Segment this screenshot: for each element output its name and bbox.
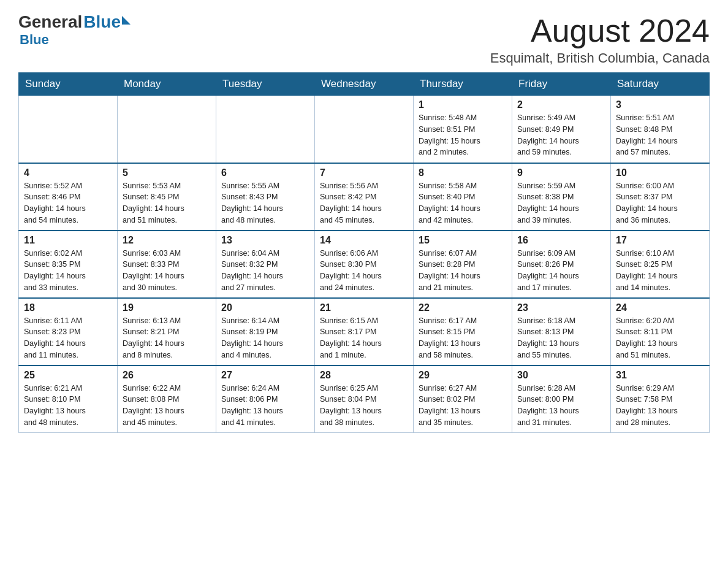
col-sunday: Sunday xyxy=(19,73,118,96)
day-info: Sunrise: 6:20 AM Sunset: 8:11 PM Dayligh… xyxy=(616,315,704,361)
day-info: Sunrise: 6:25 AM Sunset: 8:04 PM Dayligh… xyxy=(320,383,408,429)
calendar-week-row: 4Sunrise: 5:52 AM Sunset: 8:46 PM Daylig… xyxy=(19,163,710,231)
day-info: Sunrise: 5:52 AM Sunset: 8:46 PM Dayligh… xyxy=(24,180,112,226)
day-info: Sunrise: 6:00 AM Sunset: 8:37 PM Dayligh… xyxy=(616,180,704,226)
location-title: Esquimalt, British Columbia, Canada xyxy=(490,50,710,66)
day-number: 7 xyxy=(320,167,408,178)
day-number: 18 xyxy=(24,302,112,313)
day-number: 14 xyxy=(320,235,408,246)
table-row: 16Sunrise: 6:09 AM Sunset: 8:26 PM Dayli… xyxy=(512,231,611,298)
day-number: 31 xyxy=(616,370,704,381)
table-row: 3Sunrise: 5:51 AM Sunset: 8:48 PM Daylig… xyxy=(611,96,710,163)
table-row xyxy=(118,96,216,163)
calendar-table: Sunday Monday Tuesday Wednesday Thursday… xyxy=(18,72,710,433)
table-row: 4Sunrise: 5:52 AM Sunset: 8:46 PM Daylig… xyxy=(19,163,118,231)
day-info: Sunrise: 5:53 AM Sunset: 8:45 PM Dayligh… xyxy=(123,180,211,226)
day-info: Sunrise: 5:59 AM Sunset: 8:38 PM Dayligh… xyxy=(517,180,605,226)
table-row: 27Sunrise: 6:24 AM Sunset: 8:06 PM Dayli… xyxy=(216,366,315,433)
day-number: 3 xyxy=(616,99,704,110)
table-row: 2Sunrise: 5:49 AM Sunset: 8:49 PM Daylig… xyxy=(512,96,611,163)
logo-general-text: General xyxy=(18,12,82,32)
day-info: Sunrise: 6:18 AM Sunset: 8:13 PM Dayligh… xyxy=(517,315,605,361)
day-number: 27 xyxy=(221,370,309,381)
day-info: Sunrise: 6:24 AM Sunset: 8:06 PM Dayligh… xyxy=(221,383,309,429)
table-row: 31Sunrise: 6:29 AM Sunset: 7:58 PM Dayli… xyxy=(611,366,710,433)
day-number: 1 xyxy=(419,99,507,110)
day-info: Sunrise: 5:58 AM Sunset: 8:40 PM Dayligh… xyxy=(419,180,507,226)
day-number: 20 xyxy=(221,302,309,313)
day-number: 21 xyxy=(320,302,408,313)
table-row: 25Sunrise: 6:21 AM Sunset: 8:10 PM Dayli… xyxy=(19,366,118,433)
table-row: 15Sunrise: 6:07 AM Sunset: 8:28 PM Dayli… xyxy=(414,231,512,298)
col-tuesday: Tuesday xyxy=(216,73,315,96)
day-number: 30 xyxy=(517,370,605,381)
calendar-week-row: 1Sunrise: 5:48 AM Sunset: 8:51 PM Daylig… xyxy=(19,96,710,163)
day-number: 23 xyxy=(517,302,605,313)
day-info: Sunrise: 6:14 AM Sunset: 8:19 PM Dayligh… xyxy=(221,315,309,361)
table-row: 11Sunrise: 6:02 AM Sunset: 8:35 PM Dayli… xyxy=(19,231,118,298)
day-number: 6 xyxy=(221,167,309,178)
logo-blue-text: Blue xyxy=(83,12,121,32)
day-number: 10 xyxy=(616,167,704,178)
day-number: 4 xyxy=(24,167,112,178)
day-info: Sunrise: 6:29 AM Sunset: 7:58 PM Dayligh… xyxy=(616,383,704,429)
day-info: Sunrise: 6:21 AM Sunset: 8:10 PM Dayligh… xyxy=(24,383,112,429)
logo-triangle-icon xyxy=(122,16,131,25)
day-info: Sunrise: 6:06 AM Sunset: 8:30 PM Dayligh… xyxy=(320,248,408,294)
day-info: Sunrise: 6:15 AM Sunset: 8:17 PM Dayligh… xyxy=(320,315,408,361)
col-monday: Monday xyxy=(118,73,216,96)
day-number: 29 xyxy=(419,370,507,381)
table-row: 9Sunrise: 5:59 AM Sunset: 8:38 PM Daylig… xyxy=(512,163,611,231)
col-saturday: Saturday xyxy=(611,73,710,96)
day-number: 24 xyxy=(616,302,704,313)
logo: General Blue Blue xyxy=(18,12,131,48)
table-row: 23Sunrise: 6:18 AM Sunset: 8:13 PM Dayli… xyxy=(512,298,611,366)
table-row: 29Sunrise: 6:27 AM Sunset: 8:02 PM Dayli… xyxy=(414,366,512,433)
day-info: Sunrise: 5:56 AM Sunset: 8:42 PM Dayligh… xyxy=(320,180,408,226)
table-row: 10Sunrise: 6:00 AM Sunset: 8:37 PM Dayli… xyxy=(611,163,710,231)
day-info: Sunrise: 6:17 AM Sunset: 8:15 PM Dayligh… xyxy=(419,315,507,361)
table-row: 28Sunrise: 6:25 AM Sunset: 8:04 PM Dayli… xyxy=(315,366,414,433)
day-number: 25 xyxy=(24,370,112,381)
table-row xyxy=(19,96,118,163)
day-number: 5 xyxy=(123,167,211,178)
calendar-week-row: 25Sunrise: 6:21 AM Sunset: 8:10 PM Dayli… xyxy=(19,366,710,433)
table-row: 5Sunrise: 5:53 AM Sunset: 8:45 PM Daylig… xyxy=(118,163,216,231)
table-row: 17Sunrise: 6:10 AM Sunset: 8:25 PM Dayli… xyxy=(611,231,710,298)
table-row: 1Sunrise: 5:48 AM Sunset: 8:51 PM Daylig… xyxy=(414,96,512,163)
day-info: Sunrise: 5:48 AM Sunset: 8:51 PM Dayligh… xyxy=(419,112,507,158)
month-title: August 2024 xyxy=(490,12,710,49)
title-section: August 2024 Esquimalt, British Columbia,… xyxy=(490,12,710,66)
day-info: Sunrise: 6:27 AM Sunset: 8:02 PM Dayligh… xyxy=(419,383,507,429)
day-number: 17 xyxy=(616,235,704,246)
day-number: 16 xyxy=(517,235,605,246)
day-info: Sunrise: 5:55 AM Sunset: 8:43 PM Dayligh… xyxy=(221,180,309,226)
day-info: Sunrise: 5:49 AM Sunset: 8:49 PM Dayligh… xyxy=(517,112,605,158)
day-info: Sunrise: 6:13 AM Sunset: 8:21 PM Dayligh… xyxy=(123,315,211,361)
day-info: Sunrise: 6:09 AM Sunset: 8:26 PM Dayligh… xyxy=(517,248,605,294)
calendar-week-row: 11Sunrise: 6:02 AM Sunset: 8:35 PM Dayli… xyxy=(19,231,710,298)
logo-blue-undertext: Blue xyxy=(20,32,49,47)
table-row xyxy=(315,96,414,163)
table-row: 7Sunrise: 5:56 AM Sunset: 8:42 PM Daylig… xyxy=(315,163,414,231)
table-row: 20Sunrise: 6:14 AM Sunset: 8:19 PM Dayli… xyxy=(216,298,315,366)
day-number: 8 xyxy=(419,167,507,178)
table-row: 24Sunrise: 6:20 AM Sunset: 8:11 PM Dayli… xyxy=(611,298,710,366)
table-row xyxy=(216,96,315,163)
table-row: 6Sunrise: 5:55 AM Sunset: 8:43 PM Daylig… xyxy=(216,163,315,231)
day-info: Sunrise: 6:11 AM Sunset: 8:23 PM Dayligh… xyxy=(24,315,112,361)
table-row: 18Sunrise: 6:11 AM Sunset: 8:23 PM Dayli… xyxy=(19,298,118,366)
day-number: 2 xyxy=(517,99,605,110)
calendar-week-row: 18Sunrise: 6:11 AM Sunset: 8:23 PM Dayli… xyxy=(19,298,710,366)
day-number: 11 xyxy=(24,235,112,246)
col-thursday: Thursday xyxy=(414,73,512,96)
day-number: 22 xyxy=(419,302,507,313)
day-number: 26 xyxy=(123,370,211,381)
table-row: 22Sunrise: 6:17 AM Sunset: 8:15 PM Dayli… xyxy=(414,298,512,366)
table-row: 14Sunrise: 6:06 AM Sunset: 8:30 PM Dayli… xyxy=(315,231,414,298)
day-info: Sunrise: 6:03 AM Sunset: 8:33 PM Dayligh… xyxy=(123,248,211,294)
day-number: 9 xyxy=(517,167,605,178)
table-row: 13Sunrise: 6:04 AM Sunset: 8:32 PM Dayli… xyxy=(216,231,315,298)
day-number: 15 xyxy=(419,235,507,246)
table-row: 21Sunrise: 6:15 AM Sunset: 8:17 PM Dayli… xyxy=(315,298,414,366)
